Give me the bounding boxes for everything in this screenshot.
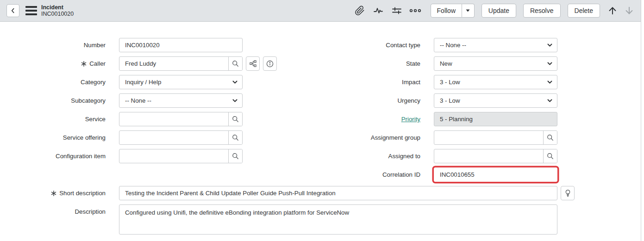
field-row-priority: Priority 5 - Planning — [315, 112, 557, 126]
field-row-assigned-to: Assigned to — [315, 149, 557, 163]
search-icon — [547, 134, 554, 141]
field-row-subcategory: Subcategory -- None -- — [0, 93, 315, 108]
field-row-category: Category Inquiry / Help — [0, 75, 315, 89]
chevron-down-icon — [232, 98, 238, 104]
assignment-group-input[interactable] — [434, 131, 543, 144]
service-offering-input[interactable] — [119, 131, 228, 144]
field-row-urgency: Urgency 3 - Low — [315, 93, 557, 108]
more-options-button[interactable] — [407, 3, 423, 19]
search-icon — [232, 60, 239, 67]
subcategory-select[interactable]: -- None -- — [119, 93, 243, 108]
search-icon — [232, 116, 239, 123]
required-asterisk-icon — [81, 61, 87, 67]
field-row-assignment-group: Assignment group — [315, 130, 557, 145]
previous-record-button[interactable] — [606, 3, 619, 19]
priority-label: Priority — [315, 116, 420, 123]
org-chart-icon — [250, 60, 256, 67]
suggestion-lightbulb-button[interactable] — [561, 186, 575, 200]
caret-down-icon — [466, 9, 470, 12]
configuration-item-label: Configuration item — [0, 153, 106, 160]
incident-form: Number Caller — [0, 22, 644, 236]
state-select[interactable]: New — [434, 56, 557, 71]
chevron-left-icon — [9, 7, 17, 14]
form-header: Incident INC0010020 — [0, 0, 641, 22]
category-label: Category — [0, 79, 106, 86]
short-description-input[interactable] — [119, 186, 557, 200]
chevron-down-icon — [547, 98, 553, 104]
required-asterisk-icon — [51, 191, 56, 196]
impact-label: Impact — [315, 79, 420, 86]
delete-button[interactable]: Delete — [568, 4, 600, 18]
priority-readonly-field: 5 - Planning — [434, 112, 557, 126]
follow-split-button: Follow — [431, 4, 475, 18]
follow-dropdown-button[interactable] — [462, 4, 475, 18]
attachment-button[interactable] — [352, 3, 368, 19]
configuration-item-input[interactable] — [119, 149, 228, 163]
service-lookup-button[interactable] — [228, 112, 242, 126]
configuration-item-lookup-button[interactable] — [228, 149, 242, 163]
priority-link[interactable]: Priority — [401, 116, 420, 123]
field-row-service: Service — [0, 112, 315, 126]
assigned-to-lookup-button[interactable] — [543, 149, 557, 163]
follow-button[interactable]: Follow — [431, 4, 462, 18]
service-offering-label: Service offering — [0, 134, 106, 141]
field-row-contact-type: Contact type -- None -- — [315, 38, 557, 52]
caller-label: Caller — [0, 60, 106, 67]
sliders-icon — [391, 5, 402, 16]
service-input[interactable] — [119, 112, 228, 126]
contact-type-label: Contact type — [315, 42, 420, 49]
field-row-description: Description Configured using Unifi, the … — [0, 204, 644, 236]
service-label: Service — [0, 116, 106, 123]
field-row-state: State New — [315, 56, 557, 71]
category-select[interactable]: Inquiry / Help — [119, 75, 243, 89]
form-context-menu-icon[interactable] — [25, 6, 37, 15]
record-type-label: Incident — [41, 4, 74, 11]
correlation-id-label: Correlation ID — [315, 171, 420, 178]
caller-input[interactable] — [119, 57, 228, 70]
personalize-form-button[interactable] — [389, 3, 405, 19]
arrow-down-icon — [624, 6, 634, 16]
chevron-down-icon — [547, 61, 553, 67]
urgency-select[interactable]: 3 - Low — [434, 93, 557, 108]
number-label: Number — [0, 42, 106, 49]
search-icon — [232, 153, 239, 160]
urgency-label: Urgency — [315, 97, 420, 104]
record-number-label: INC0010020 — [41, 11, 74, 17]
description-label: Description — [0, 204, 106, 219]
next-record-button[interactable] — [622, 3, 636, 19]
search-icon — [232, 134, 239, 141]
description-textarea[interactable]: Configured using Unifi, the definitive e… — [119, 204, 557, 235]
info-icon — [266, 60, 274, 68]
back-button[interactable] — [6, 4, 19, 17]
incident-form-page: Incident INC0010020 — [0, 0, 644, 241]
short-description-label: Short description — [0, 186, 106, 200]
correlation-id-input[interactable] — [434, 167, 557, 182]
number-input[interactable] — [119, 38, 243, 52]
lightbulb-icon — [564, 189, 571, 197]
impact-select[interactable]: 3 - Low — [434, 75, 557, 89]
chevron-down-icon — [547, 79, 553, 85]
paperclip-icon — [355, 6, 365, 16]
field-row-impact: Impact 3 - Low — [315, 75, 557, 89]
form-column-right: Contact type -- None -- State New — [315, 38, 557, 182]
field-row-service-offering: Service offering — [0, 130, 315, 145]
subcategory-label: Subcategory — [0, 97, 106, 104]
field-row-number: Number — [0, 38, 315, 52]
arrow-up-icon — [607, 6, 618, 16]
activity-pulse-icon — [373, 5, 384, 16]
assigned-to-label: Assigned to — [315, 153, 420, 160]
caller-lookup-button[interactable] — [228, 57, 242, 70]
assigned-to-input[interactable] — [434, 149, 543, 163]
field-row-configuration-item: Configuration item — [0, 149, 315, 163]
state-label: State — [315, 60, 420, 67]
service-offering-lookup-button[interactable] — [228, 131, 242, 144]
record-title: Incident INC0010020 — [41, 4, 74, 18]
update-button[interactable]: Update — [481, 4, 516, 18]
caller-preview-button[interactable] — [263, 56, 277, 71]
contact-type-select[interactable]: -- None -- — [434, 38, 557, 52]
activity-stream-button[interactable] — [370, 3, 386, 19]
assignment-group-lookup-button[interactable] — [543, 131, 557, 144]
field-row-correlation-id: Correlation ID — [315, 167, 557, 182]
resolve-button[interactable]: Resolve — [523, 4, 561, 18]
caller-show-related-button[interactable] — [246, 56, 260, 71]
